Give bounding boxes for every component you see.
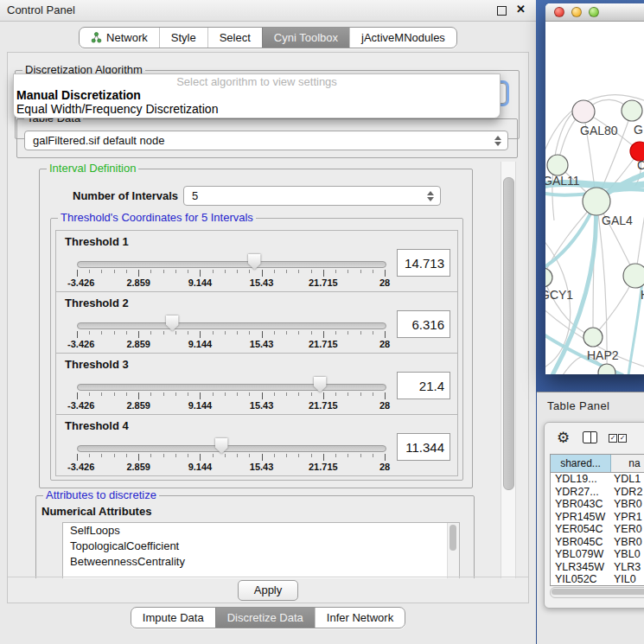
- close-icon[interactable]: ✕: [516, 3, 526, 16]
- svg-text:H: H: [641, 288, 644, 302]
- tab-discretize-data[interactable]: Discretize Data: [215, 608, 315, 628]
- select-none-checkbox-icon[interactable]: ✓: [618, 434, 627, 443]
- group-label: Attributes to discretize: [43, 489, 159, 501]
- node: [622, 100, 642, 121]
- num-intervals-combobox[interactable]: 5: [183, 186, 441, 206]
- threshold-label: Threshold 3: [65, 358, 129, 371]
- threshold-1-panel: Threshold 1 -3.4262.8599.14415.4321.7152…: [55, 230, 458, 292]
- tab-infer-network[interactable]: Infer Network: [315, 608, 405, 628]
- table-body: YDL19...YDL1YDR27...YDR2YBR043CYBR0YPR14…: [551, 473, 644, 586]
- threshold-4-value-field[interactable]: 11.344: [397, 433, 450, 461]
- table-data-combobox[interactable]: galFiltered.sif default node: [24, 131, 508, 150]
- table-header: shared... na: [551, 455, 644, 473]
- slider-thumb[interactable]: [166, 316, 179, 331]
- minimize-traffic-light-icon[interactable]: [571, 7, 582, 17]
- numerical-attributes-list[interactable]: SelfLoopsTopologicalCoefficientBetweenne…: [62, 522, 460, 578]
- threshold-label: Threshold 1: [65, 235, 129, 248]
- top-tab-bar: Network Style Select Cyni Toolbox jActiv…: [0, 27, 536, 48]
- table-row[interactable]: YBR045CYBR0: [551, 536, 644, 549]
- threshold-2-value-field[interactable]: 6.316: [397, 310, 450, 338]
- threshold-label: Threshold 4: [65, 419, 129, 432]
- slider-ticks: [77, 331, 385, 338]
- table-horizontal-scrollbar[interactable]: [550, 587, 644, 598]
- svg-text:GAL11: GAL11: [545, 174, 580, 188]
- threshold-1-value-field[interactable]: 14.713: [397, 249, 450, 277]
- columns-icon[interactable]: [583, 431, 597, 443]
- threshold-1-slider[interactable]: [77, 261, 386, 268]
- list-scrollbar[interactable]: [447, 523, 459, 578]
- table-window: ⚙ ✓ ✓ shared... na YDL19...YDL1YDR27...Y…: [544, 422, 644, 609]
- attr-list-items: SelfLoopsTopologicalCoefficientBetweenne…: [63, 523, 459, 570]
- table-row[interactable]: YPR145WYPR1: [551, 511, 644, 524]
- svg-text:GCY1: GCY1: [545, 288, 573, 302]
- table-row[interactable]: YBL079WYBL0: [551, 548, 644, 561]
- slider-tick-labels: -3.4262.8599.14415.4321.71528: [77, 339, 385, 349]
- svg-text:GAL80: GAL80: [580, 124, 618, 137]
- table-row[interactable]: YLR345WYLR3: [551, 561, 644, 574]
- column-header-shared-name[interactable]: shared...: [551, 455, 611, 472]
- attribute-list-item[interactable]: SelfLoops: [63, 523, 459, 539]
- tab-jactivemnodules[interactable]: jActiveMNodules: [349, 28, 456, 48]
- control-panel-titlebar: Control Panel ✕: [0, 0, 536, 22]
- table-row[interactable]: YER054CYER0: [551, 523, 644, 536]
- table-panel-dock: Table Panel ⚙ ✓ ✓ shared... na YDL19...Y…: [537, 392, 644, 644]
- table-row[interactable]: YBR043CYBR0: [551, 498, 644, 511]
- attribute-list-item[interactable]: TopologicalCoefficient: [63, 539, 459, 554]
- node: [545, 268, 552, 287]
- threshold-3-value-field[interactable]: 21.4: [397, 372, 450, 399]
- divider: [8, 577, 528, 577]
- thresholds-group: Threshold's Coordinates for 5 Intervals …: [50, 218, 463, 481]
- group-label: Threshold's Coordinates for 5 Intervals: [58, 212, 256, 224]
- zoom-traffic-light-icon[interactable]: [589, 7, 599, 17]
- apply-button[interactable]: Apply: [238, 580, 298, 601]
- dropdown-placeholder: Select algorithm to view settings: [14, 74, 500, 88]
- num-intervals-label: Number of Intervals: [73, 189, 178, 202]
- node: [547, 155, 568, 175]
- tab-style[interactable]: Style: [159, 28, 207, 48]
- tab-impute-data[interactable]: Impute Data: [131, 608, 215, 628]
- table-row[interactable]: YIL052CYIL0: [551, 573, 644, 586]
- float-window-icon[interactable]: [497, 6, 507, 16]
- node-table: shared... na YDL19...YDL1YDR27...YDR2YBR…: [550, 454, 644, 586]
- column-header-name[interactable]: na: [611, 455, 644, 472]
- table-row[interactable]: YDL19...YDL1: [551, 473, 644, 486]
- slider-thumb[interactable]: [215, 438, 228, 454]
- svg-text:G: G: [634, 123, 643, 137]
- node: [583, 328, 603, 347]
- threshold-4-slider[interactable]: [77, 445, 386, 452]
- node-gal4: [583, 188, 610, 215]
- slider-tick-labels: -3.4262.8599.14415.4321.71528: [77, 400, 385, 411]
- table-data-group: Table Data galFiltered.sif default node: [16, 118, 518, 158]
- slider-tick-labels: -3.4262.8599.14415.4321.71528: [77, 277, 385, 288]
- settings-scroll-viewport: Interval Definition Number of Intervals …: [13, 162, 501, 578]
- select-all-checkbox-icon[interactable]: ✓: [609, 434, 617, 443]
- network-view-window: GAL80 G C GAL11 GAL4 GCY1 H HAP2: [545, 3, 644, 374]
- svg-text:C: C: [637, 158, 644, 172]
- svg-text:GAL4: GAL4: [602, 214, 633, 227]
- combo-stepper-icon: [426, 187, 435, 205]
- table-panel-title: Table Panel: [547, 399, 609, 412]
- attribute-list-item[interactable]: BetweennessCentrality: [63, 554, 459, 570]
- table-row[interactable]: YDR27...YDR2: [551, 486, 644, 499]
- slider-tick-labels: -3.4262.8599.14415.4321.71528: [77, 462, 385, 472]
- network-canvas[interactable]: GAL80 G C GAL11 GAL4 GCY1 H HAP2: [545, 22, 644, 374]
- threshold-2-slider[interactable]: [77, 322, 386, 329]
- network-window-titlebar: [545, 3, 644, 22]
- dropdown-option-equal-width[interactable]: Equal Width/Frequency Discretization: [14, 102, 500, 116]
- gear-icon[interactable]: ⚙: [557, 429, 570, 447]
- slider-ticks: [77, 392, 385, 399]
- tab-cyni-toolbox[interactable]: Cyni Toolbox: [262, 28, 349, 48]
- close-traffic-light-icon[interactable]: [554, 7, 564, 17]
- attributes-group: Attributes to discretize Numerical Attri…: [35, 495, 475, 578]
- slider-thumb[interactable]: [248, 254, 261, 270]
- slider-thumb[interactable]: [314, 377, 327, 392]
- tab-network[interactable]: Network: [80, 28, 159, 48]
- threshold-3-slider[interactable]: [77, 384, 386, 391]
- dropdown-option-manual[interactable]: Manual Discretization: [14, 88, 500, 102]
- bottom-tab-bar: Impute Data Discretize Data Infer Networ…: [0, 607, 536, 628]
- network-icon: [91, 32, 102, 43]
- slider-ticks: [77, 270, 385, 277]
- settings-scrollbar[interactable]: [501, 162, 516, 578]
- tab-select[interactable]: Select: [207, 28, 262, 48]
- combo-stepper-icon: [494, 131, 502, 150]
